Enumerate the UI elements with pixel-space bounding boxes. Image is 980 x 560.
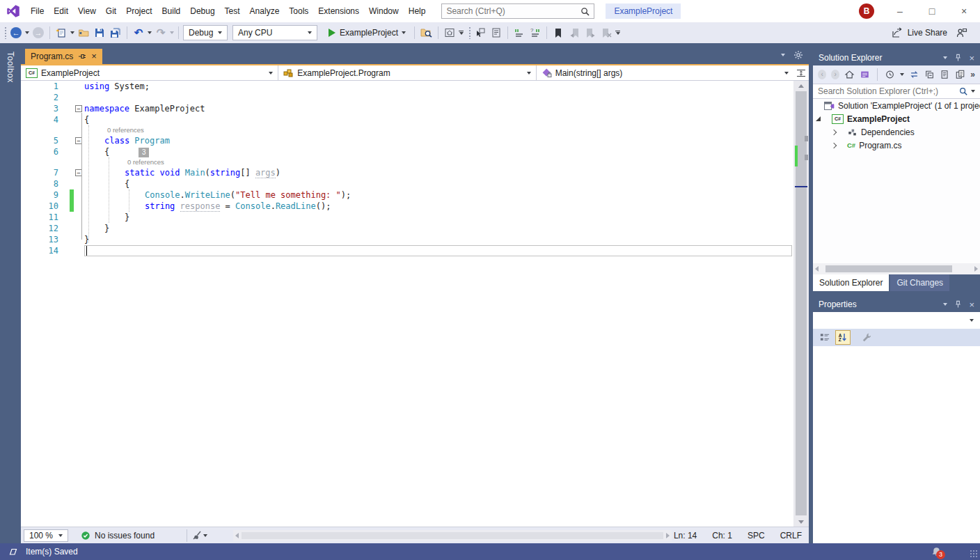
- minimize-button[interactable]: –: [884, 0, 916, 22]
- undo-caret[interactable]: [148, 31, 152, 34]
- code-line-10[interactable]: 10string response = Console.ReadLine();: [21, 201, 793, 212]
- indent-mode-indicator[interactable]: SPC: [748, 531, 765, 540]
- editor-options-gear-icon[interactable]: [793, 50, 803, 60]
- line-number[interactable]: 8: [21, 178, 70, 189]
- line-number[interactable]: 10: [21, 201, 70, 212]
- collapse-all-icon[interactable]: [924, 70, 935, 79]
- filter-caret[interactable]: [900, 73, 904, 76]
- properties-object-combo[interactable]: [813, 312, 980, 329]
- tree-item-dependencies[interactable]: Dependencies: [813, 125, 980, 139]
- code-line-6[interactable]: 6{3: [21, 146, 793, 157]
- find-in-files-button[interactable]: [419, 24, 434, 41]
- member-list-button[interactable]: [489, 24, 503, 41]
- line-number[interactable]: 3: [21, 103, 70, 114]
- open-file-button[interactable]: [77, 24, 90, 41]
- navigate-backward-caret[interactable]: [25, 31, 29, 34]
- menu-window[interactable]: Window: [364, 3, 404, 20]
- uncomment-lines-button[interactable]: ?: [528, 24, 542, 41]
- search-options-caret[interactable]: [971, 90, 975, 93]
- solution-explorer-search[interactable]: [813, 84, 980, 99]
- code-line-12[interactable]: 12}: [21, 223, 793, 234]
- tab-list-caret[interactable]: [781, 54, 785, 56]
- toolbar-grip[interactable]: [4, 26, 7, 39]
- text-editor-toolbar-grip[interactable]: [468, 26, 471, 39]
- pin-icon[interactable]: [78, 52, 86, 61]
- pending-changes-filter-icon[interactable]: [885, 70, 895, 79]
- new-project-button[interactable]: ★: [54, 24, 68, 41]
- navbar-member-dropdown[interactable]: Main(string[] args): [537, 65, 793, 80]
- save-button[interactable]: [93, 24, 106, 41]
- fold-collapse-icon[interactable]: −: [75, 105, 82, 112]
- start-debugging-button[interactable]: ExampleProject: [324, 24, 410, 41]
- window-position-caret[interactable]: [943, 56, 947, 59]
- undo-button[interactable]: ↶: [132, 24, 145, 41]
- code-line-8[interactable]: 8{: [21, 178, 793, 189]
- menu-test[interactable]: Test: [220, 3, 245, 20]
- line-number[interactable]: 11: [21, 212, 70, 223]
- menu-extensions[interactable]: Extensions: [313, 3, 364, 20]
- categorized-button[interactable]: [817, 330, 832, 345]
- line-number[interactable]: 6: [21, 146, 70, 157]
- preview-selected-items-icon[interactable]: [955, 70, 965, 79]
- hscroll-thumb[interactable]: [242, 532, 663, 539]
- menu-file[interactable]: File: [26, 3, 49, 20]
- tab-program-cs[interactable]: Program.cs ×: [25, 49, 102, 64]
- solution-explorer-header[interactable]: Solution Explorer ×: [813, 50, 980, 65]
- toolbox-side-tab[interactable]: Toolbox: [0, 43, 21, 543]
- solution-search-input[interactable]: [818, 86, 959, 96]
- panel-tab-solution-explorer[interactable]: Solution Explorer: [813, 274, 889, 291]
- scroll-right-arrow[interactable]: [666, 533, 670, 538]
- scroll-up-arrow[interactable]: [793, 81, 809, 91]
- tree-item-solution-exampleproject-1-of-1[interactable]: Solution 'ExampleProject' (1 of 1 projec…: [813, 99, 980, 112]
- line-number[interactable]: 12: [21, 223, 70, 234]
- menu-project[interactable]: Project: [121, 3, 157, 20]
- codelens-references[interactable]: 0 references: [21, 125, 793, 135]
- code-line-1[interactable]: 1using System;: [21, 81, 793, 92]
- solution-platform-combo[interactable]: Any CPU: [232, 25, 317, 40]
- column-indicator[interactable]: Ch: 1: [712, 531, 732, 540]
- hscroll-thumb[interactable]: [825, 265, 952, 272]
- pin-icon[interactable]: [954, 300, 962, 309]
- code-line-5[interactable]: 5−class Program: [21, 135, 793, 146]
- code-line-13[interactable]: 13}: [21, 234, 793, 245]
- alphabetical-button[interactable]: AZ: [835, 330, 851, 345]
- scroll-right-arrow[interactable]: [974, 266, 978, 272]
- live-share-button[interactable]: Live Share: [890, 24, 949, 41]
- code-line-9[interactable]: 9Console.WriteLine("Tell me something: "…: [21, 189, 793, 201]
- search-input[interactable]: [446, 6, 580, 16]
- toggle-bookmark-button[interactable]: [551, 24, 565, 41]
- line-number[interactable]: 14: [21, 245, 70, 256]
- quick-search-box[interactable]: [441, 3, 594, 19]
- close-button[interactable]: ×: [948, 0, 980, 22]
- toolbar-options-button[interactable]: [459, 31, 464, 35]
- properties-header[interactable]: Properties ×: [813, 297, 980, 312]
- menu-build[interactable]: Build: [157, 3, 186, 20]
- horizontal-scrollbar[interactable]: [233, 530, 672, 541]
- code-line-7[interactable]: 7−static void Main(string[] args): [21, 167, 793, 178]
- codelens-references[interactable]: 0 references: [21, 157, 793, 167]
- redo-caret[interactable]: [170, 31, 174, 34]
- line-number[interactable]: 13: [21, 234, 70, 245]
- line-indicator[interactable]: Ln: 14: [674, 531, 697, 540]
- show-all-files-icon[interactable]: [940, 70, 950, 79]
- sync-active-document-icon[interactable]: [909, 70, 919, 79]
- line-number[interactable]: 1: [21, 81, 70, 92]
- line-number[interactable]: 7: [21, 167, 70, 178]
- health-indicator[interactable]: No issues found: [81, 531, 155, 540]
- code-line-14[interactable]: 14: [21, 245, 793, 256]
- code-line-2[interactable]: 2: [21, 92, 793, 103]
- resize-grip[interactable]: [970, 550, 978, 558]
- window-position-caret[interactable]: [943, 303, 947, 306]
- line-number[interactable]: 5: [21, 135, 70, 146]
- menu-edit[interactable]: Edit: [49, 3, 73, 20]
- line-number[interactable]: 2: [21, 92, 70, 103]
- feedback-button[interactable]: [954, 24, 969, 41]
- line-number[interactable]: 9: [21, 189, 70, 201]
- tree-item-program-cs[interactable]: C#Program.cs: [813, 139, 980, 152]
- feedback-project-chip[interactable]: ExampleProject: [606, 3, 681, 19]
- save-all-button[interactable]: [109, 24, 122, 41]
- code-cleanup-button[interactable]: [189, 527, 203, 544]
- expander-collapsed-icon[interactable]: [831, 129, 837, 134]
- menu-view[interactable]: View: [73, 3, 101, 20]
- menu-debug[interactable]: Debug: [185, 3, 219, 20]
